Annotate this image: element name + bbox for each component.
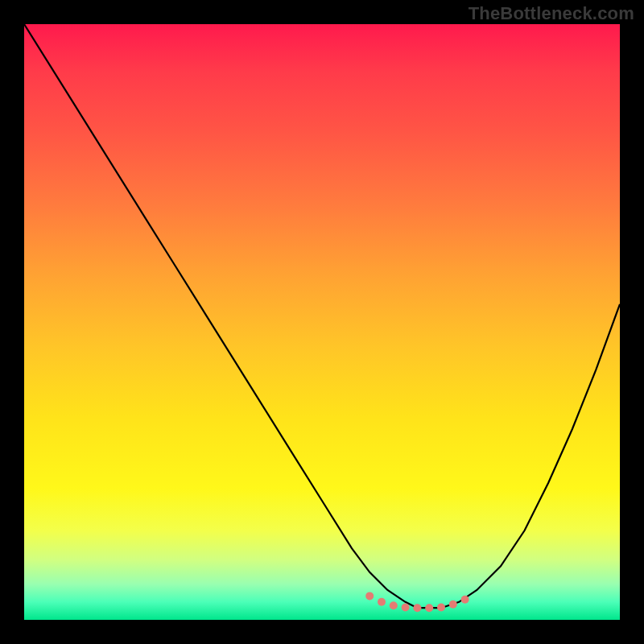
chart-plot-area <box>24 24 620 620</box>
optimal-marker-dot <box>449 601 457 609</box>
optimal-marker-dot <box>378 598 386 606</box>
bottleneck-curve <box>24 24 620 608</box>
watermark-text: TheBottleneck.com <box>469 3 634 24</box>
optimal-marker-dot <box>402 604 410 612</box>
optimal-marker-dot <box>413 604 421 612</box>
optimal-marker-dot <box>390 601 398 609</box>
chart-overlay-svg <box>24 24 620 620</box>
optimal-marker-dot <box>425 604 433 612</box>
optimal-range-markers <box>365 592 469 612</box>
optimal-marker-dot <box>437 604 445 612</box>
optimal-marker-dot <box>461 596 469 604</box>
optimal-marker-dot <box>365 592 374 600</box>
